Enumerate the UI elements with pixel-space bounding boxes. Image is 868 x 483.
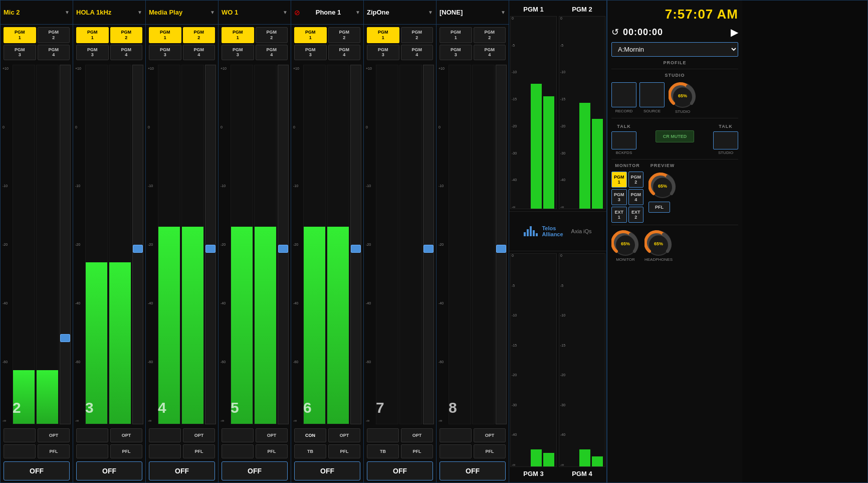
studio-talk-button[interactable] bbox=[713, 131, 738, 149]
pgm2-btn-ch6[interactable]: PGM2 bbox=[401, 27, 433, 43]
empty-btn1-7[interactable] bbox=[440, 428, 472, 442]
off-button-5[interactable]: OFF bbox=[294, 461, 360, 480]
studio-knob[interactable]: 65% STUDIO bbox=[669, 81, 697, 114]
pfl-button-5[interactable]: PFL bbox=[328, 444, 360, 458]
pgm4-btn-ch7[interactable]: PGM4 bbox=[474, 45, 506, 61]
play-button[interactable]: ▶ bbox=[731, 26, 738, 38]
pgm3-btn-ch7[interactable]: PGM3 bbox=[440, 45, 472, 61]
off-button-6[interactable]: OFF bbox=[367, 461, 433, 480]
empty-btn1-3[interactable] bbox=[149, 428, 181, 442]
empty-btn1-2[interactable] bbox=[76, 428, 108, 442]
monitor-ext1-btn[interactable]: EXT1 bbox=[611, 207, 627, 223]
empty-btn1-4[interactable] bbox=[222, 428, 254, 442]
channel-dropdown-6[interactable]: ▼ bbox=[428, 10, 433, 15]
pgm1-btn-ch4[interactable]: PGM1 bbox=[222, 27, 254, 43]
fader-handle-5[interactable] bbox=[350, 65, 361, 424]
pgm3-btn-ch4[interactable]: PGM3 bbox=[222, 45, 254, 61]
fader-handle-4[interactable] bbox=[278, 65, 289, 424]
channel-dropdown-1[interactable]: ▼ bbox=[65, 10, 70, 15]
channel-header-5[interactable]: ⊘Phone 1▼ bbox=[291, 1, 363, 25]
monitor-pgm3-btn[interactable]: PGM3 bbox=[611, 189, 627, 205]
monitor-pgm4-btn[interactable]: PGM4 bbox=[628, 189, 644, 205]
pgm2-btn-ch5[interactable]: PGM2 bbox=[328, 27, 361, 43]
pgm1-btn-ch5[interactable]: PGM1 bbox=[294, 27, 327, 43]
pgm2-btn-ch4[interactable]: PGM2 bbox=[256, 27, 288, 43]
pgm4-btn-ch1[interactable]: PGM4 bbox=[38, 45, 70, 61]
empty-btn2-7[interactable] bbox=[440, 444, 472, 458]
source-button[interactable] bbox=[639, 82, 665, 107]
channel-header-4[interactable]: WO 1▼ bbox=[219, 1, 291, 25]
pgm2-btn-ch3[interactable]: PGM2 bbox=[183, 27, 215, 43]
empty-btn1-6[interactable] bbox=[367, 428, 399, 442]
pfl-button-3[interactable]: PFL bbox=[183, 444, 215, 458]
pgm3-btn-ch5[interactable]: PGM3 bbox=[294, 45, 327, 61]
off-button-7[interactable]: OFF bbox=[440, 461, 506, 480]
fader-handle-1[interactable] bbox=[60, 65, 71, 424]
pfl-button[interactable]: PFL bbox=[648, 202, 670, 213]
pgm1-btn-ch1[interactable]: PGM1 bbox=[4, 27, 36, 43]
channel-dropdown-3[interactable]: ▼ bbox=[210, 10, 215, 15]
pfl-button-6[interactable]: PFL bbox=[401, 444, 433, 458]
pgm4-btn-ch6[interactable]: PGM4 bbox=[401, 45, 433, 61]
pgm4-btn-ch4[interactable]: PGM4 bbox=[256, 45, 288, 61]
channel-header-6[interactable]: ZipOne▼ bbox=[364, 1, 436, 25]
channel-header-1[interactable]: Mic 2▼ bbox=[1, 1, 73, 25]
pfl-button-2[interactable]: PFL bbox=[110, 444, 142, 458]
pfl-button-4[interactable]: PFL bbox=[256, 444, 288, 458]
pgm1-btn-ch7[interactable]: PGM1 bbox=[440, 27, 472, 43]
monitor-knob[interactable]: 65% MONITOR bbox=[611, 229, 639, 262]
empty-btn2-2[interactable] bbox=[76, 444, 108, 458]
pgm4-btn-ch5[interactable]: PGM4 bbox=[328, 45, 361, 61]
monitor-ext2-btn[interactable]: EXT2 bbox=[628, 207, 644, 223]
empty-btn2-1[interactable] bbox=[4, 444, 36, 458]
monitor-pgm1-btn[interactable]: PGM1 bbox=[611, 172, 627, 188]
off-button-4[interactable]: OFF bbox=[222, 461, 288, 480]
pgm3-btn-ch6[interactable]: PGM3 bbox=[367, 45, 399, 61]
pgm3-btn-ch2[interactable]: PGM3 bbox=[76, 45, 109, 61]
pgm4-btn-ch3[interactable]: PGM4 bbox=[183, 45, 215, 61]
profile-select[interactable]: A:Mornin bbox=[611, 42, 738, 57]
channel-dropdown-5[interactable]: ▼ bbox=[355, 10, 360, 15]
fader-handle-7[interactable] bbox=[496, 65, 507, 424]
tb-button-5[interactable]: TB bbox=[294, 444, 326, 458]
channel-header-2[interactable]: HOLA 1kHz▼ bbox=[73, 1, 145, 25]
channel-header-7[interactable]: [NONE]▼ bbox=[437, 1, 509, 25]
fader-handle-2[interactable] bbox=[132, 65, 143, 424]
channel-dropdown-4[interactable]: ▼ bbox=[283, 10, 288, 15]
opt-button-1[interactable]: OPT bbox=[38, 428, 70, 442]
empty-btn2-4[interactable] bbox=[222, 444, 254, 458]
pfl-button-1[interactable]: PFL bbox=[38, 444, 70, 458]
opt-button-2[interactable]: OPT bbox=[110, 428, 142, 442]
pgm4-btn-ch2[interactable]: PGM4 bbox=[110, 45, 143, 61]
off-button-1[interactable]: OFF bbox=[4, 461, 70, 480]
fader-handle-3[interactable] bbox=[205, 65, 216, 424]
channel-dropdown-2[interactable]: ▼ bbox=[137, 10, 142, 15]
pgm1-btn-ch2[interactable]: PGM1 bbox=[76, 27, 109, 43]
empty-btn2-3[interactable] bbox=[149, 444, 181, 458]
headphones-knob[interactable]: 65% HEADPHONES bbox=[644, 229, 673, 262]
monitor-pgm2-btn[interactable]: PGM2 bbox=[628, 172, 644, 188]
off-button-2[interactable]: OFF bbox=[76, 461, 142, 480]
pgm2-btn-ch2[interactable]: PGM2 bbox=[110, 27, 143, 43]
opt-button-6[interactable]: OPT bbox=[401, 428, 433, 442]
pfl-button-7[interactable]: PFL bbox=[474, 444, 506, 458]
pgm2-btn-ch7[interactable]: PGM2 bbox=[474, 27, 506, 43]
empty-btn1-1[interactable] bbox=[4, 428, 36, 442]
off-button-3[interactable]: OFF bbox=[149, 461, 215, 480]
cr-muted-button[interactable]: CR MUTED bbox=[656, 130, 695, 142]
channel-header-3[interactable]: Media Play▼ bbox=[146, 1, 218, 25]
pgm3-btn-ch3[interactable]: PGM3 bbox=[149, 45, 181, 61]
opt-button-4[interactable]: OPT bbox=[256, 428, 288, 442]
preview-knob[interactable]: 65% bbox=[648, 172, 677, 200]
record-button[interactable] bbox=[611, 82, 636, 107]
opt-button-3[interactable]: OPT bbox=[183, 428, 215, 442]
con-button-5[interactable]: CON bbox=[294, 428, 326, 442]
pgm1-btn-ch6[interactable]: PGM1 bbox=[367, 27, 399, 43]
opt-button-5[interactable]: OPT bbox=[328, 428, 360, 442]
pgm2-btn-ch1[interactable]: PGM2 bbox=[38, 27, 70, 43]
opt-button-7[interactable]: OPT bbox=[474, 428, 506, 442]
fader-handle-6[interactable] bbox=[423, 65, 434, 424]
tb-button-6[interactable]: TB bbox=[367, 444, 399, 458]
bckfds-button[interactable] bbox=[611, 131, 636, 149]
channel-dropdown-7[interactable]: ▼ bbox=[501, 10, 506, 15]
